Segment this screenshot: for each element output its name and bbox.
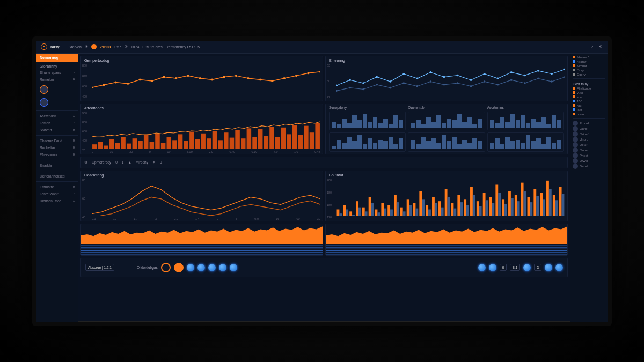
svg-rect-63	[133, 138, 137, 149]
rp-user[interactable]: Emnel	[573, 121, 605, 126]
rp-user[interactable]: Orihef	[573, 131, 605, 137]
svg-rect-165	[549, 189, 552, 216]
svg-point-55	[564, 76, 565, 78]
sidebar-item[interactable]: Enadde	[36, 162, 78, 169]
rp-item[interactable]: 100	[573, 100, 605, 103]
rp-item[interactable]: Dcery	[573, 73, 605, 76]
svg-point-39	[349, 86, 351, 88]
rp-item[interactable]: Orey	[573, 69, 605, 72]
svg-point-9	[199, 77, 201, 79]
svg-point-28	[443, 76, 445, 78]
sidebar-item[interactable]: Sonvort0	[36, 127, 78, 134]
sidebar-item[interactable]: Lemen▫	[36, 120, 78, 127]
svg-point-48	[470, 85, 472, 87]
rp-user[interactable]: Jotnel	[573, 126, 605, 131]
svg-rect-148	[441, 207, 444, 215]
svg-rect-132	[339, 213, 342, 216]
svg-rect-106	[400, 207, 403, 215]
rp-item[interactable]: Isst	[573, 108, 605, 112]
svg-rect-59	[109, 139, 114, 148]
sidebar-item[interactable]: Slnune spans▫	[36, 69, 78, 76]
sidebar-item[interactable]: Derferannensed	[36, 173, 78, 180]
svg-rect-139	[384, 208, 386, 215]
svg-rect-102	[375, 209, 378, 216]
svg-rect-120	[489, 197, 492, 216]
knob-blue-icon[interactable]	[545, 264, 552, 271]
rp-user[interactable]: Unord	[573, 137, 605, 142]
header-stat-4: ⟳	[125, 45, 128, 49]
knob-blue-icon[interactable]	[230, 264, 237, 271]
sidebar-active-tab[interactable]: Nemornog	[36, 54, 78, 62]
svg-rect-105	[394, 195, 397, 215]
panel-emeonng: Emeonng 836042	[325, 56, 568, 101]
rp-user[interactable]: Onuel	[573, 147, 605, 153]
knob-fill-icon[interactable]	[174, 263, 184, 272]
header-clock: 2:0:38	[100, 45, 111, 49]
mini-chart	[329, 112, 406, 131]
svg-rect-73	[189, 131, 194, 148]
svg-point-53	[537, 77, 539, 79]
svg-point-46	[443, 84, 445, 86]
svg-rect-121	[495, 184, 498, 216]
svg-rect-94	[310, 132, 314, 149]
svg-point-23	[376, 76, 378, 78]
refresh-icon[interactable]: ⟲	[598, 45, 603, 49]
svg-rect-101	[369, 197, 371, 216]
knob-blue-icon[interactable]	[489, 264, 496, 271]
stat-strip: ⚙ Opmerereoy 0 1 ▲ Miroony ✦ 0	[80, 157, 568, 168]
svg-rect-90	[287, 134, 291, 149]
help-icon[interactable]: ?	[589, 45, 595, 49]
knob-blue-icon[interactable]	[197, 264, 205, 271]
rp-item[interactable]: Meonv 0	[573, 56, 605, 59]
rp-item[interactable]: srer	[573, 95, 605, 99]
rp-item[interactable]: Nronw	[573, 60, 605, 63]
knob-blue-icon[interactable]	[208, 264, 216, 271]
sidebar-item[interactable]: Aserendds1	[36, 113, 78, 120]
area-panels	[80, 224, 568, 256]
rp-user[interactable]: Prleot	[573, 153, 605, 158]
sidebar-item[interactable]: Obserun Paud0	[36, 137, 78, 144]
svg-point-10	[211, 78, 213, 80]
svg-rect-86	[264, 136, 269, 149]
svg-rect-115	[457, 195, 460, 215]
rp-item[interactable]: Mrcner	[573, 64, 605, 68]
svg-rect-158	[504, 204, 507, 215]
chart-grouped-bars	[336, 179, 565, 216]
svg-point-41	[376, 84, 378, 86]
knob-blue-icon[interactable]	[187, 264, 194, 271]
rp-user[interactable]: Detof	[573, 142, 605, 147]
knob-ring-icon[interactable]	[161, 263, 171, 272]
svg-rect-113	[445, 189, 448, 216]
axis-y: 806040	[82, 179, 85, 219]
knob-blue-icon[interactable]	[219, 264, 226, 271]
rp-item[interactable]: yuul	[573, 91, 605, 94]
sidebar-item[interactable]: Emmatre0	[36, 183, 78, 190]
sidebar-item[interactable]: Efrersonnol0	[36, 151, 78, 158]
sidebar-avatar-icon[interactable]	[40, 85, 48, 94]
svg-rect-153	[473, 195, 475, 215]
svg-rect-164	[543, 199, 545, 216]
sidebar-item[interactable]: Dinnach Rore1	[36, 197, 78, 204]
rp-user[interactable]: Drwel	[573, 158, 605, 164]
header-stat-0: Sratven	[69, 45, 82, 49]
rp-item[interactable]: ocoor	[573, 113, 605, 116]
svg-point-3	[127, 82, 129, 84]
sidebar-avatar-icon[interactable]	[40, 98, 48, 107]
knob-blue-icon[interactable]	[478, 264, 486, 271]
header-stat-6: E85 1:95ms	[142, 45, 162, 49]
svg-point-0	[92, 86, 93, 88]
knob-blue-icon[interactable]	[555, 264, 563, 271]
svg-point-54	[551, 80, 553, 83]
panel-mini-charts: Senopdony Ouetentub Asortomns	[325, 104, 568, 154]
svg-rect-127	[533, 189, 536, 216]
knob-blue-icon[interactable]	[523, 264, 531, 271]
rp-item[interactable]: Alrsltonbe	[573, 87, 605, 90]
sidebar-item[interactable]: Rnmelon0	[36, 76, 78, 83]
sidebar-item[interactable]: Lenre Wopfr▫	[36, 190, 78, 197]
sidebar-item[interactable]: Roobettar0	[36, 144, 78, 151]
rp-item[interactable]: roo	[573, 104, 605, 107]
area-chart-right	[325, 224, 568, 256]
svg-rect-110	[426, 205, 428, 215]
svg-rect-68	[161, 143, 166, 149]
rp-user[interactable]: Denel	[573, 164, 605, 169]
